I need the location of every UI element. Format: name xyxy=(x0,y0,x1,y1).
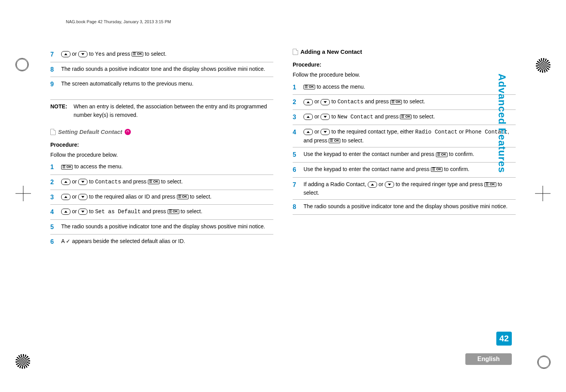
step-5: 5 The radio sounds a positive indicator … xyxy=(50,222,273,235)
reg-mark-bottom-left xyxy=(15,354,30,369)
procedure-label: Procedure: xyxy=(293,60,516,69)
down-arrow-icon xyxy=(321,99,330,105)
sidebar-section-label: Advanced Features xyxy=(496,74,508,173)
procedure-sub: Follow the procedure below. xyxy=(293,70,516,79)
step-number: 5 xyxy=(50,222,61,232)
reg-mark-mid-left xyxy=(15,186,31,201)
page-number: 42 xyxy=(496,332,512,346)
up-arrow-icon xyxy=(304,99,313,105)
step-number: 5 xyxy=(293,150,304,160)
reg-mark-bottom-right xyxy=(537,356,551,369)
step-5: 5 Use the keypad to enter the contact nu… xyxy=(293,150,516,163)
procedure-sub: Follow the procedure below. xyxy=(50,151,273,159)
step-6: 6 Use the keypad to enter the contact na… xyxy=(293,165,516,178)
step-2: 2 or to Contacts and press ☰ OK to selec… xyxy=(50,177,273,190)
ok-button-icon: ☰ OK xyxy=(304,85,315,89)
ok-button-icon: ☰ OK xyxy=(132,52,143,56)
step-4: 4 or to Set as Default and press ☰ OK to… xyxy=(50,207,273,220)
step-7: 7 or to Yes and press ☰ OK to select. xyxy=(50,50,273,62)
step-number: 8 xyxy=(293,202,304,212)
section-heading-default-contact: Setting Default Contact xyxy=(50,127,273,137)
reg-mark-top-left xyxy=(15,58,29,71)
step-number: 8 xyxy=(50,65,61,75)
step-4: 4 or to the required contact type, eithe… xyxy=(293,127,516,148)
step-number: 6 xyxy=(50,237,61,247)
circle-icon xyxy=(125,129,131,135)
down-arrow-icon xyxy=(385,181,394,188)
right-column: Adding a New Contact Procedure: Follow t… xyxy=(293,47,516,252)
page-header: NAG.book Page 42 Thursday, January 3, 20… xyxy=(50,19,516,24)
step-7: 7 If adding a Radio Contact, or to the r… xyxy=(293,180,516,200)
ok-button-icon: ☰ OK xyxy=(177,195,189,199)
step-number: 1 xyxy=(293,82,304,92)
step-8: 8 The radio sounds a positive indicator … xyxy=(293,202,516,215)
up-arrow-icon xyxy=(304,114,313,120)
step-6: 6 A ✓ appears beside the selected defaul… xyxy=(50,237,273,249)
up-arrow-icon xyxy=(61,179,70,185)
doc-icon xyxy=(50,129,56,135)
step-number: 9 xyxy=(50,79,61,89)
left-column: 7 or to Yes and press ☰ OK to select. 8 … xyxy=(50,47,273,252)
ok-button-icon: ☰ OK xyxy=(400,115,412,119)
ok-button-icon: ☰ OK xyxy=(390,100,402,104)
section-heading-adding-contact: Adding a New Contact xyxy=(293,47,516,56)
step-8: 8 The radio sounds a positive indicator … xyxy=(50,65,273,77)
note-block: NOTE: When an entry is deleted, the asso… xyxy=(50,99,273,120)
step-1: 1 ☰ OK to access the menu. xyxy=(293,82,516,95)
step-3: 3 or to New Contact and press ☰ OK to se… xyxy=(293,112,516,125)
step-1: 1 ☰ OK to access the menu. xyxy=(50,162,273,175)
down-arrow-icon xyxy=(78,209,87,215)
step-number: 4 xyxy=(50,207,61,217)
step-number: 2 xyxy=(293,97,304,107)
step-number: 1 xyxy=(50,162,61,172)
ok-button-icon: ☰ OK xyxy=(61,165,73,169)
doc-icon xyxy=(293,49,298,55)
step-number: 6 xyxy=(293,165,304,175)
step-number: 3 xyxy=(293,112,304,122)
down-arrow-icon xyxy=(321,129,330,135)
reg-mark-top-right xyxy=(536,58,551,73)
ok-button-icon: ☰ OK xyxy=(329,139,340,143)
step-number: 7 xyxy=(293,180,304,197)
step-3: 3 or to the required alias or ID and pre… xyxy=(50,192,273,205)
step-9: 9 The screen automatically returns to th… xyxy=(50,79,273,92)
ok-button-icon: ☰ OK xyxy=(168,209,179,214)
step-number: 7 xyxy=(50,50,61,60)
step-2: 2 or to Contacts and press ☰ OK to selec… xyxy=(293,97,516,110)
ok-button-icon: ☰ OK xyxy=(484,182,496,187)
reg-mark-mid-right xyxy=(535,186,551,201)
up-arrow-icon xyxy=(304,129,313,135)
up-arrow-icon xyxy=(61,51,70,57)
ok-button-icon: ☰ OK xyxy=(431,167,443,172)
down-arrow-icon xyxy=(78,194,87,200)
step-number: 4 xyxy=(293,127,304,145)
down-arrow-icon xyxy=(78,179,87,185)
up-arrow-icon xyxy=(61,209,70,215)
procedure-label: Procedure: xyxy=(50,140,273,149)
ok-button-icon: ☰ OK xyxy=(148,180,160,184)
ok-button-icon: ☰ OK xyxy=(436,152,448,157)
down-arrow-icon xyxy=(321,114,330,120)
up-arrow-icon xyxy=(61,194,70,200)
down-arrow-icon xyxy=(78,51,87,57)
step-number: 3 xyxy=(50,192,61,202)
up-arrow-icon xyxy=(368,181,377,188)
language-label: English xyxy=(465,353,512,365)
step-number: 2 xyxy=(50,177,61,187)
